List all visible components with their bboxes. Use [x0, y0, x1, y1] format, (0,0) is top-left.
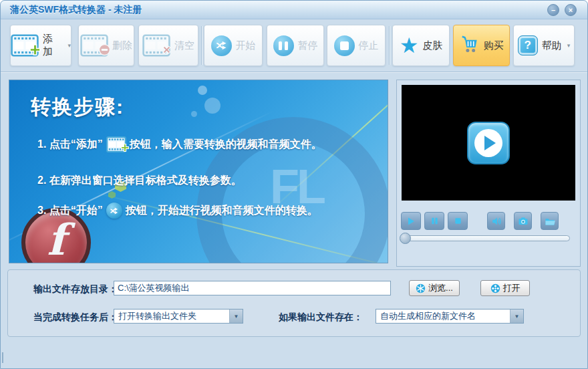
- player-play-icon: [406, 217, 416, 226]
- seek-slider-thumb[interactable]: [400, 233, 411, 244]
- title-bar[interactable]: 蒲公英SWF格式转换器 - 未注册 – ×: [1, 1, 587, 19]
- browse-button-label: 浏览...: [428, 282, 453, 294]
- player-stop-icon: [454, 217, 462, 225]
- stop-button-label: 停止: [359, 39, 379, 52]
- resize-grip: [2, 352, 3, 363]
- pause-button[interactable]: 暂停: [267, 25, 324, 66]
- close-icon: ×: [569, 7, 573, 14]
- aperture-icon: [416, 283, 426, 293]
- star-icon: ★: [400, 35, 419, 56]
- bubble-decoration: [204, 98, 220, 114]
- film-delete-icon: [80, 34, 108, 57]
- open-button-label: 打开: [503, 282, 521, 294]
- plus-badge-icon: [120, 143, 130, 155]
- toolbar-separator: [201, 26, 202, 65]
- step-2: 2. 在新弹出窗口选择目标格式及转换参数。: [37, 174, 242, 188]
- output-dir-input[interactable]: [114, 281, 391, 295]
- bubble-decoration: [198, 86, 207, 95]
- instructions-title: 转换步骤:: [31, 94, 124, 121]
- help-dropdown-icon: ▾: [567, 42, 571, 49]
- film-reel-icon: [490, 283, 500, 293]
- video-preview: [402, 85, 575, 201]
- volume-icon: [491, 216, 502, 227]
- delete-button[interactable]: 删除: [78, 25, 134, 66]
- film-add-icon: [11, 34, 39, 57]
- file-exists-label: 如果输出文件存在：: [279, 312, 363, 324]
- x-badge-icon: [160, 43, 173, 59]
- big-play-button[interactable]: [467, 122, 510, 164]
- help-icon: ?: [518, 35, 538, 55]
- select-arrow-icon: ▼: [229, 310, 243, 323]
- select-arrow-icon: ▼: [510, 310, 523, 323]
- pause-icon: [273, 35, 294, 56]
- snapshot-button[interactable]: [514, 212, 532, 230]
- buy-button[interactable]: 购买: [453, 25, 510, 66]
- bubble-decoration: [191, 111, 197, 117]
- step1-add-icon: [106, 136, 126, 152]
- pause-button-label: 暂停: [298, 39, 318, 52]
- file-exists-value: 自动生成相应的新文件名: [376, 310, 510, 322]
- player-panel: [396, 80, 581, 267]
- toolbar-separator: [389, 26, 390, 65]
- minus-badge-icon: [98, 43, 111, 59]
- cart-icon: [460, 35, 480, 56]
- add-button[interactable]: 添加 ▾: [10, 25, 71, 66]
- player-pause-icon: [430, 217, 439, 225]
- toolbar-divider: [1, 72, 587, 72]
- start-button[interactable]: 开始: [204, 25, 263, 66]
- window-title: 蒲公英SWF格式转换器 - 未注册: [10, 4, 142, 16]
- status-bar: [1, 338, 587, 369]
- skin-button[interactable]: ★ 皮肤: [392, 25, 450, 66]
- skin-button-label: 皮肤: [422, 39, 442, 52]
- instructions-panel: FL f 转换步骤: 1. 点击“添加” 按钮，输入需要转换的视频和音频文件。 …: [9, 80, 388, 263]
- player-pause-button[interactable]: [424, 212, 444, 230]
- clear-button-label: 清空: [174, 39, 194, 52]
- play-triangle-icon: [484, 136, 496, 150]
- step-3: 3. 点击“开始” 按钮，开始进行视频和音频文件的转换。: [37, 203, 318, 219]
- seek-slider-track[interactable]: [403, 235, 570, 241]
- output-dir-label: 输出文件存放目录：: [33, 283, 118, 295]
- browse-button[interactable]: 浏览...: [409, 280, 460, 296]
- volume-button[interactable]: [487, 212, 505, 230]
- player-play-button[interactable]: [401, 212, 421, 230]
- file-exists-select[interactable]: 自动生成相应的新文件名 ▼: [376, 309, 524, 324]
- plus-badge-icon: [29, 43, 41, 59]
- start-button-label: 开始: [236, 39, 256, 52]
- after-task-value: 打开转换输出文件夹: [114, 310, 229, 322]
- clear-button[interactable]: 清空: [138, 25, 198, 66]
- minimize-icon: –: [551, 7, 555, 14]
- open-folder-button[interactable]: [541, 212, 559, 230]
- add-button-label: 添加: [43, 33, 62, 58]
- after-task-select[interactable]: 打开转换输出文件夹 ▼: [114, 309, 243, 324]
- step3-start-icon: [106, 203, 122, 219]
- settings-panel: 输出文件存放目录： 浏览... 打开 当完成转换任务后： 打开转换输出文件夹 ▼…: [7, 269, 581, 337]
- buy-button-label: 购买: [484, 39, 504, 52]
- help-button-label: 帮助: [542, 39, 562, 52]
- delete-button-label: 删除: [112, 39, 132, 52]
- app-window: 蒲公英SWF格式转换器 - 未注册 – × 添加 ▾ 删除 清空 开始: [0, 0, 588, 369]
- open-button[interactable]: 打开: [480, 280, 530, 296]
- stop-button[interactable]: 停止: [327, 25, 386, 66]
- add-dropdown-icon: ▾: [67, 42, 71, 49]
- minimize-button[interactable]: –: [547, 4, 559, 16]
- stop-icon: [334, 35, 355, 56]
- folder-icon: [545, 216, 555, 227]
- start-shuffle-icon: [211, 35, 232, 56]
- after-task-label: 当完成转换任务后：: [33, 312, 118, 324]
- help-button[interactable]: ? 帮助 ▾: [513, 25, 575, 66]
- camera-icon: [518, 216, 529, 227]
- step-1: 1. 点击“添加” 按钮，输入需要转换的视频和音频文件。: [37, 136, 322, 152]
- player-stop-button[interactable]: [448, 212, 468, 230]
- film-clear-icon: [142, 34, 170, 57]
- close-button[interactable]: ×: [565, 4, 577, 16]
